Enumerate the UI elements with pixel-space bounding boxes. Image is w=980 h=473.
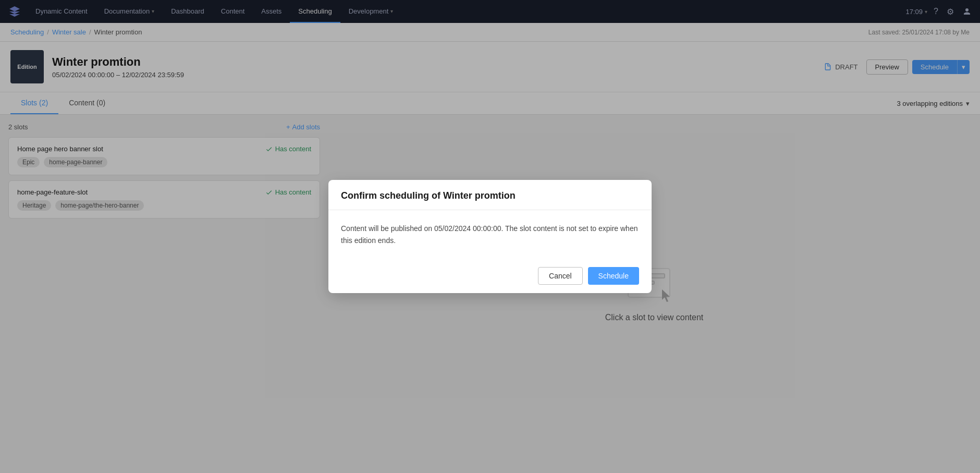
modal-title: Confirm scheduling of Winter promtion	[341, 190, 639, 201]
modal-header: Confirm scheduling of Winter promtion	[328, 180, 652, 210]
modal-cancel-button[interactable]: Cancel	[538, 267, 583, 285]
modal-overlay: Confirm scheduling of Winter promtion Co…	[0, 0, 980, 471]
modal-message: Content will be published on 05/02/2024 …	[341, 223, 639, 246]
confirm-schedule-modal: Confirm scheduling of Winter promtion Co…	[328, 180, 652, 293]
modal-footer: Cancel Schedule	[328, 259, 652, 293]
modal-schedule-button[interactable]: Schedule	[588, 267, 639, 285]
modal-body: Content will be published on 05/02/2024 …	[328, 210, 652, 259]
